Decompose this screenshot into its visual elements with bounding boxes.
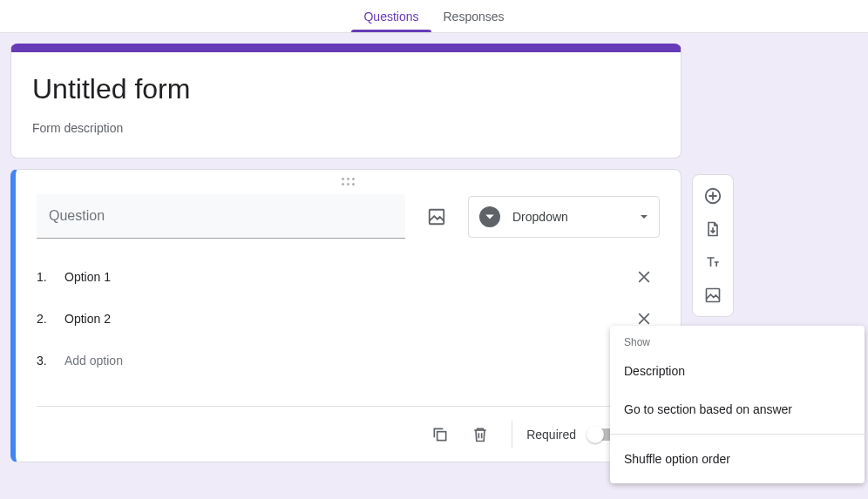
question-type-label: Dropdown: [512, 210, 627, 224]
divider: [610, 434, 865, 435]
add-title-button[interactable]: [697, 246, 729, 278]
menu-item-shuffle[interactable]: Shuffle option order: [610, 440, 865, 478]
svg-rect-6: [707, 289, 720, 302]
menu-header: Show: [610, 326, 865, 352]
duplicate-button[interactable]: [423, 417, 458, 452]
side-toolbar: [692, 174, 734, 317]
add-image-button[interactable]: [697, 280, 729, 311]
import-icon: [704, 220, 722, 238]
svg-rect-1: [437, 431, 446, 440]
drag-icon: [342, 178, 356, 186]
chevron-down-icon: [640, 212, 648, 221]
delete-button[interactable]: [463, 417, 498, 452]
menu-item-goto-section[interactable]: Go to section based on answer: [610, 390, 865, 428]
tab-label: Responses: [444, 10, 505, 24]
required-label: Required: [526, 428, 576, 442]
add-option-label: Add option: [64, 354, 660, 368]
dropdown-icon: [479, 206, 500, 227]
tab-bar: Questions Responses: [0, 0, 868, 33]
close-icon: [635, 310, 653, 327]
import-questions-button[interactable]: [697, 213, 729, 245]
remove-option-button[interactable]: [628, 261, 660, 293]
option-text[interactable]: Option 1: [64, 270, 616, 284]
trash-icon: [471, 426, 489, 443]
text-icon: [704, 253, 722, 271]
add-option-row[interactable]: 3. Add option: [37, 340, 660, 381]
option-number: 2.: [37, 312, 52, 326]
drag-handle[interactable]: [37, 170, 660, 194]
svg-rect-0: [430, 209, 444, 224]
tab-label: Questions: [363, 10, 418, 24]
image-icon: [704, 287, 722, 304]
option-number: 1.: [37, 270, 52, 284]
form-description[interactable]: Form description: [32, 121, 660, 135]
options-list: 1. Option 1 2. Option 2 3. Add option: [37, 239, 660, 406]
question-card: Dropdown 1. Option 1 2. Option 2: [10, 169, 682, 462]
question-type-select[interactable]: Dropdown: [468, 196, 660, 238]
close-icon: [635, 268, 653, 286]
more-options-menu: Show Description Go to section based on …: [610, 326, 865, 483]
question-title-input[interactable]: [37, 194, 405, 239]
menu-item-description[interactable]: Description: [610, 352, 865, 390]
add-question-button[interactable]: [697, 180, 729, 212]
tab-responses[interactable]: Responses: [431, 10, 517, 32]
divider: [512, 421, 512, 448]
duplicate-icon: [431, 426, 449, 443]
image-icon: [427, 207, 446, 226]
option-row: 1. Option 1: [37, 256, 660, 298]
form-title[interactable]: Untitled form: [32, 73, 660, 105]
option-row: 2. Option 2: [37, 298, 660, 340]
option-number: 3.: [37, 354, 52, 368]
form-title-card: Untitled form Form description: [10, 44, 682, 158]
tab-questions[interactable]: Questions: [351, 10, 431, 32]
question-footer: Required: [37, 406, 660, 462]
add-image-button[interactable]: [419, 199, 454, 234]
plus-circle-icon: [703, 186, 722, 206]
option-text[interactable]: Option 2: [64, 312, 616, 326]
